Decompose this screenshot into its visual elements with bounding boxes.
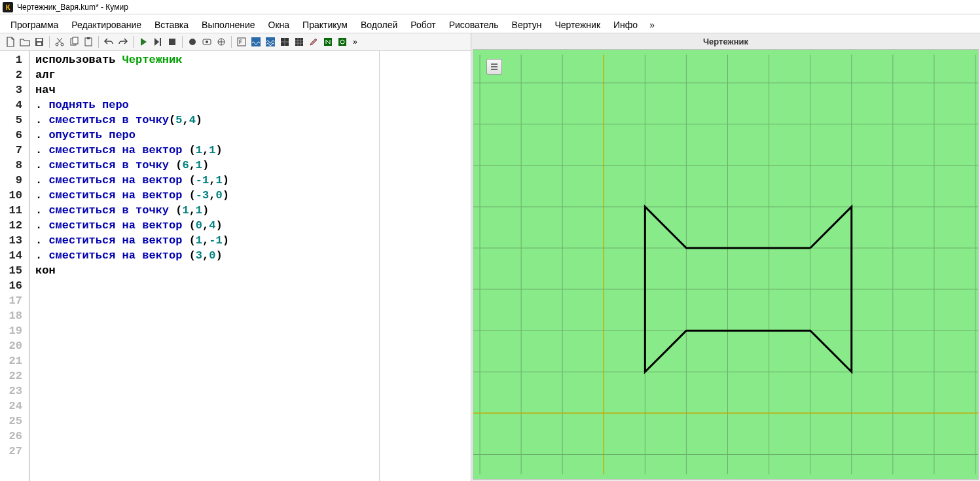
tool-green2-icon[interactable] bbox=[336, 35, 349, 48]
watch-icon[interactable] bbox=[200, 35, 213, 48]
line-number: 16 bbox=[0, 278, 22, 293]
line-number: 26 bbox=[0, 429, 22, 444]
code-line[interactable]: . сместиться в точку (1,1) bbox=[35, 203, 375, 218]
line-number: 6 bbox=[0, 128, 22, 143]
paste-icon[interactable] bbox=[82, 35, 95, 48]
svg-point-3 bbox=[56, 43, 58, 46]
line-gutter: 1234567891011121314151617181920212223242… bbox=[0, 51, 30, 481]
line-number: 8 bbox=[0, 158, 22, 173]
line-number: 15 bbox=[0, 263, 22, 278]
svg-rect-10 bbox=[169, 39, 175, 45]
code-editor[interactable]: использовать Чертежникалгнач. поднять пе… bbox=[30, 51, 379, 481]
svg-rect-9 bbox=[160, 38, 161, 46]
editor-secondary-pane bbox=[379, 51, 471, 481]
line-number: 9 bbox=[0, 173, 22, 188]
window-title: Чертежник_Варя.kum* - Кумир bbox=[17, 3, 128, 12]
line-number: 3 bbox=[0, 82, 22, 98]
redo-icon[interactable] bbox=[117, 35, 130, 48]
stop-icon[interactable] bbox=[166, 35, 179, 48]
code-line[interactable]: . сместиться на вектор (3,0) bbox=[35, 248, 375, 263]
line-number: 11 bbox=[0, 203, 22, 218]
code-line[interactable]: . сместиться на вектор (1,-1) bbox=[35, 233, 375, 248]
line-number: 27 bbox=[0, 444, 22, 459]
code-line[interactable]: . сместиться на вектор (-3,0) bbox=[35, 188, 375, 203]
line-number: 19 bbox=[0, 323, 22, 338]
line-number: 5 bbox=[0, 113, 22, 128]
tool-wave2-icon[interactable] bbox=[264, 35, 277, 48]
run-icon[interactable] bbox=[137, 35, 150, 48]
code-line[interactable]: использовать Чертежник bbox=[35, 52, 375, 67]
open-file-icon[interactable] bbox=[18, 35, 31, 48]
svg-rect-1 bbox=[37, 39, 42, 41]
svg-rect-8 bbox=[87, 37, 90, 39]
menu-Вертун[interactable]: Вертун bbox=[505, 17, 549, 33]
canvas-title: Чертежник bbox=[471, 33, 980, 49]
menu-Практикум[interactable]: Практикум bbox=[296, 17, 354, 33]
save-file-icon[interactable] bbox=[33, 35, 46, 48]
code-line[interactable]: . сместиться в точку (6,1) bbox=[35, 158, 375, 173]
toolbar: » bbox=[0, 33, 471, 51]
code-line[interactable]: кон bbox=[35, 263, 375, 278]
tool-wave1-icon[interactable] bbox=[249, 35, 263, 48]
drawing-canvas[interactable] bbox=[473, 49, 979, 480]
right-pane: Чертежник bbox=[471, 33, 980, 481]
line-number: 10 bbox=[0, 188, 22, 203]
code-line[interactable]: . сместиться на вектор (0,4) bbox=[35, 218, 375, 233]
toolbar-more[interactable]: » bbox=[350, 37, 360, 46]
line-number: 23 bbox=[0, 383, 22, 399]
menu-Робот[interactable]: Робот bbox=[404, 17, 442, 33]
code-line[interactable]: . опустить перо bbox=[35, 128, 375, 143]
menu-Чертежник[interactable]: Чертежник bbox=[548, 17, 607, 33]
line-number: 4 bbox=[0, 98, 22, 113]
cut-icon[interactable] bbox=[53, 35, 66, 48]
line-number: 13 bbox=[0, 233, 22, 248]
menu-Редактирование[interactable]: Редактирование bbox=[65, 17, 148, 33]
svg-point-13 bbox=[206, 41, 208, 43]
new-file-icon[interactable] bbox=[4, 35, 17, 48]
menu-Инфо[interactable]: Инфо bbox=[607, 17, 644, 33]
svg-rect-6 bbox=[73, 37, 78, 44]
tool-a-icon[interactable] bbox=[235, 35, 248, 48]
line-number: 12 bbox=[0, 218, 22, 233]
code-line[interactable]: . поднять перо bbox=[35, 98, 375, 113]
line-number: 18 bbox=[0, 308, 22, 323]
menu-Выполнение[interactable]: Выполнение bbox=[195, 17, 261, 33]
titlebar: К Чертежник_Варя.kum* - Кумир bbox=[0, 0, 980, 14]
debug-icon[interactable] bbox=[215, 35, 228, 48]
copy-icon[interactable] bbox=[67, 35, 81, 48]
line-number: 24 bbox=[0, 399, 22, 414]
line-number: 20 bbox=[0, 338, 22, 353]
svg-rect-2 bbox=[37, 43, 41, 45]
main: » 12345678910111213141516171819202122232… bbox=[0, 33, 980, 481]
menu-Рисователь[interactable]: Рисователь bbox=[443, 17, 505, 33]
code-line[interactable]: . сместиться в точку(5,4) bbox=[35, 113, 375, 128]
menubar: ПрограммаРедактированиеВставкаВыполнение… bbox=[0, 14, 980, 33]
line-number: 21 bbox=[0, 353, 22, 368]
canvas-menu-button[interactable] bbox=[486, 59, 502, 75]
code-line[interactable]: нач bbox=[35, 82, 375, 98]
line-number: 17 bbox=[0, 293, 22, 308]
menu-Водолей[interactable]: Водолей bbox=[354, 17, 404, 33]
code-line[interactable]: алг bbox=[35, 67, 375, 82]
menu-Программа[interactable]: Программа bbox=[4, 17, 65, 33]
menu-Вставка[interactable]: Вставка bbox=[148, 17, 195, 33]
line-number: 2 bbox=[0, 67, 22, 82]
step-icon[interactable] bbox=[151, 35, 164, 48]
line-number: 7 bbox=[0, 143, 22, 158]
code-line[interactable]: . сместиться на вектор (-1,1) bbox=[35, 173, 375, 188]
undo-icon[interactable] bbox=[102, 35, 115, 48]
svg-point-4 bbox=[61, 43, 64, 46]
line-number: 22 bbox=[0, 368, 22, 383]
tool-grid2-icon[interactable] bbox=[293, 35, 306, 48]
code-line[interactable] bbox=[35, 278, 375, 293]
menu-Окна[interactable]: Окна bbox=[262, 17, 297, 33]
code-line[interactable]: . сместиться на вектор (1,1) bbox=[35, 143, 375, 158]
menu-more[interactable]: » bbox=[644, 17, 660, 33]
app-icon: К bbox=[3, 2, 13, 12]
line-number: 14 bbox=[0, 248, 22, 263]
breakpoint-icon[interactable] bbox=[186, 35, 199, 48]
tool-brush-icon[interactable] bbox=[307, 35, 320, 48]
svg-rect-17 bbox=[266, 37, 275, 46]
tool-grid1-icon[interactable] bbox=[278, 35, 291, 48]
tool-green1-icon[interactable] bbox=[321, 35, 335, 48]
